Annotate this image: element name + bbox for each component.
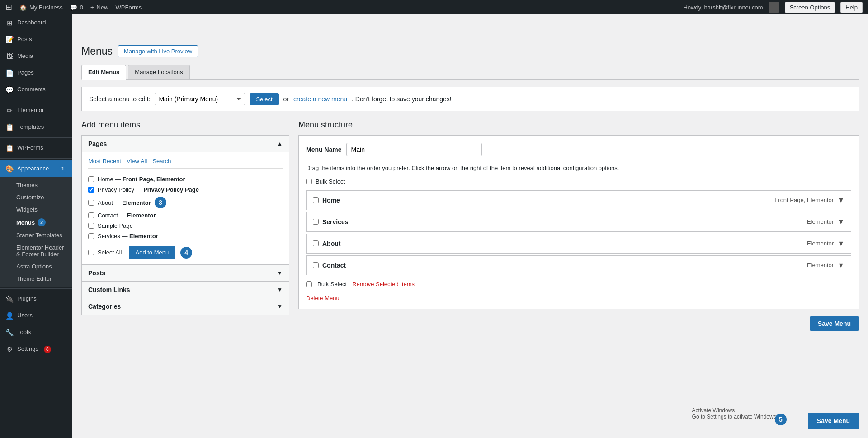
delete-menu-link[interactable]: Delete Menu (306, 295, 340, 301)
menu-item-home-chevron[interactable]: ▼ (837, 196, 844, 204)
menu-select[interactable]: Main (Primary Menu) (155, 93, 245, 105)
sidebar-item-label: WPForms (17, 144, 43, 152)
wp-logo[interactable]: ⊞ (5, 2, 12, 12)
posts-icon: 📝 (5, 35, 14, 44)
sidebar-item-menus[interactable]: Menus 2 (0, 216, 72, 229)
sidebar-item-users[interactable]: 👤 Users (0, 307, 72, 324)
services-checkbox[interactable] (88, 233, 94, 239)
posts-accordion-header[interactable]: Posts ▼ (82, 265, 289, 281)
posts-label: Posts (88, 269, 105, 277)
tab-view-all[interactable]: View All (127, 158, 147, 165)
add-to-menu-button[interactable]: Add to Menu (129, 246, 175, 259)
sidebar-item-comments[interactable]: 💬 Comments (0, 81, 72, 98)
sidebar-item-wpforms[interactable]: 📋 WPForms (0, 140, 72, 156)
sample-label: Sample Page (98, 222, 133, 229)
bottom-bulk-checkbox[interactable] (306, 281, 312, 287)
help-button[interactable]: Help (840, 2, 863, 13)
categories-label: Categories (88, 303, 121, 310)
menu-item-services-chevron[interactable]: ▼ (837, 218, 844, 226)
sidebar-item-templates[interactable]: 📋 Templates (0, 119, 72, 136)
sidebar-item-starter-templates[interactable]: Starter Templates (0, 229, 72, 241)
main-content: Menus Manage with Live Preview Edit Menu… (72, 14, 868, 438)
contact-checkbox[interactable] (88, 212, 94, 218)
sidebar-item-theme-editor[interactable]: Theme Editor (0, 273, 72, 285)
pages-accordion-header[interactable]: Pages ▲ (82, 136, 289, 152)
admin-bar-wpforms[interactable]: WPForms (116, 4, 142, 11)
custom-links-accordion-header[interactable]: Custom Links ▼ (82, 282, 289, 298)
activate-windows-line1: Activate Windows (692, 407, 778, 414)
tab-manage-locations[interactable]: Manage Locations (128, 65, 189, 79)
save-menu-fixed-button[interactable]: Save Menu (808, 413, 859, 429)
sidebar-item-customize[interactable]: Customize (0, 191, 72, 203)
menu-item-contact-chevron[interactable]: ▼ (837, 261, 844, 269)
menu-name-input[interactable] (346, 143, 482, 156)
menu-item-about-chevron[interactable]: ▼ (837, 240, 844, 248)
categories-accordion-header[interactable]: Categories ▼ (82, 298, 289, 315)
sidebar-item-label: Dashboard (17, 19, 46, 27)
sidebar-item-label: Elementor (17, 106, 44, 114)
settings-icon: ⚙ (5, 344, 14, 354)
page-header: Menus Manage with Live Preview (81, 45, 859, 57)
sample-checkbox[interactable] (88, 223, 94, 229)
admin-bar: ⊞ 🏠 My Business 💬 0 + New WPForms Howdy,… (0, 0, 868, 14)
top-bulk-select-checkbox[interactable] (306, 179, 312, 184)
select-all-checkbox[interactable] (88, 250, 94, 255)
pages-accordion-body: Most Recent View All Search Home — Front… (82, 152, 289, 264)
sidebar-item-plugins[interactable]: 🔌 Plugins (0, 291, 72, 307)
sidebar-item-elementor[interactable]: ✏ Elementor (0, 102, 72, 119)
bottom-bulk-row: Bulk Select Remove Selected Items (306, 281, 851, 287)
sidebar-item-appearance[interactable]: 🎨 Appearance 1 (0, 160, 72, 177)
pages-tabs: Most Recent View All Search (88, 158, 283, 169)
home-checkbox[interactable] (88, 176, 94, 182)
admin-bar-site[interactable]: 🏠 My Business (19, 4, 63, 11)
menu-name-row: Menu Name (306, 143, 851, 156)
new-label: New (97, 4, 108, 11)
pages-label: Pages (88, 140, 107, 147)
create-new-menu-link[interactable]: create a new menu (293, 95, 347, 103)
sidebar-item-themes[interactable]: Themes (0, 179, 72, 191)
manage-preview-button[interactable]: Manage with Live Preview (118, 45, 198, 57)
sidebar-item-elementor-header[interactable]: Elementor Header & Footer Builder (0, 241, 72, 260)
menu-item-services-checkbox[interactable] (313, 219, 319, 225)
admin-bar-comments[interactable]: 💬 0 (70, 4, 83, 11)
tab-edit-menus[interactable]: Edit Menus (81, 65, 126, 80)
sidebar-item-settings[interactable]: ⚙ Settings 8 (0, 341, 72, 358)
tab-search[interactable]: Search (152, 158, 171, 165)
sidebar-item-astra-options[interactable]: Astra Options (0, 260, 72, 273)
menu-item-about-checkbox[interactable] (313, 240, 319, 246)
pages-accordion: Pages ▲ Most Recent View All Search Home… (81, 135, 289, 265)
screen-options-button[interactable]: Screen Options (785, 2, 835, 13)
sidebar-item-dashboard[interactable]: ⊞ Dashboard (0, 14, 72, 31)
sidebar-item-widgets[interactable]: Widgets (0, 203, 72, 216)
templates-icon: 📋 (5, 122, 14, 132)
sidebar-item-posts[interactable]: 📝 Posts (0, 31, 72, 48)
menu-structure-box: Menu Name Drag the items into the order … (298, 135, 859, 309)
avatar (769, 2, 779, 13)
contact-label: Contact — Elementor (98, 212, 156, 219)
add-menu-items-title: Add menu items (81, 120, 289, 130)
tab-most-recent[interactable]: Most Recent (88, 158, 121, 165)
chevron-down-icon: ▼ (277, 270, 283, 276)
drag-instruction: Drag the items into the order you prefer… (306, 164, 851, 173)
services-label: Services — Elementor (98, 233, 158, 240)
remove-selected-link[interactable]: Remove Selected Items (352, 281, 415, 287)
page-item-contact: Contact — Elementor (88, 210, 283, 221)
about-label: About — Elementor (98, 199, 151, 206)
wpforms-icon: 📋 (5, 143, 14, 153)
menu-item-home-checkbox[interactable] (313, 197, 319, 203)
menu-item-contact-checkbox[interactable] (313, 262, 319, 268)
admin-bar-user: Howdy, harshit@fixrunner.com (683, 4, 763, 11)
dont-forget-text: . Don't forget to save your changes! (352, 95, 452, 103)
appearance-icon: 🎨 (5, 164, 14, 174)
about-checkbox[interactable] (88, 200, 94, 206)
select-button[interactable]: Select (250, 93, 278, 105)
sidebar-item-label: Tools (17, 328, 31, 336)
privacy-checkbox[interactable] (88, 187, 94, 193)
sidebar-item-pages[interactable]: 📄 Pages (0, 65, 72, 81)
sidebar-item-tools[interactable]: 🔧 Tools (0, 324, 72, 341)
sidebar-separator-2 (0, 137, 72, 138)
save-menu-button[interactable]: Save Menu (810, 316, 859, 331)
posts-accordion: Posts ▼ (81, 265, 289, 282)
admin-bar-new[interactable]: + New (90, 4, 108, 11)
sidebar-item-media[interactable]: 🖼 Media (0, 48, 72, 65)
